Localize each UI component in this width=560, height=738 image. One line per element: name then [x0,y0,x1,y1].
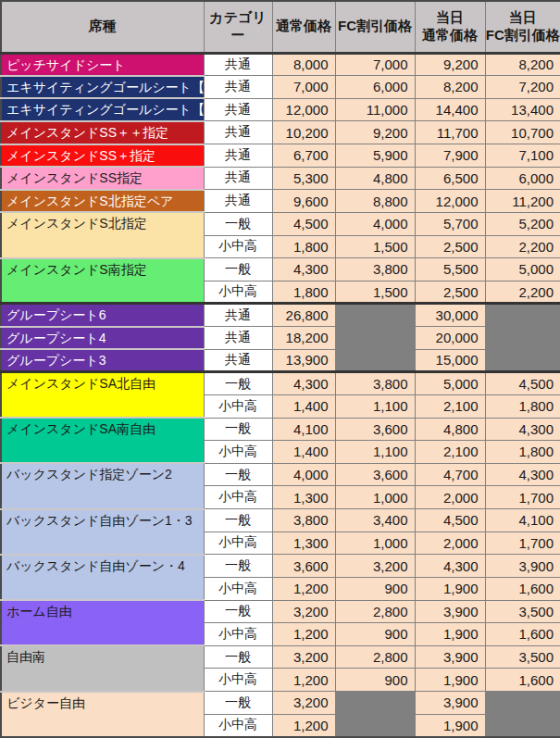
table-row: メインスタンドSA北自由一般4,3003,8005,0004,500 [1,372,560,395]
table-row: グループシート3共通13,90015,000 [1,349,560,372]
category-cell: 一般 [204,258,272,281]
price-cell: 6,000 [335,76,415,99]
category-cell: 小中高 [204,532,272,555]
header-fc-discount: FC割引価格 [335,1,415,53]
price-cell: 3,900 [415,600,485,623]
price-cell: 1,500 [335,281,415,304]
category-cell: 共通 [204,349,272,372]
price-cell: 1,900 [415,669,485,692]
price-cell: 9,200 [415,53,485,76]
price-cell: 5,000 [415,372,485,395]
price-cell: 4,300 [415,555,485,578]
price-cell: 5,300 [272,167,335,190]
price-cell: 2,800 [335,600,415,623]
price-cell: 1,900 [415,623,485,646]
price-cell: 11,200 [485,190,560,213]
price-cell: 4,000 [272,463,335,486]
price-cell: 1,600 [485,669,560,692]
price-cell: 7,000 [272,76,335,99]
price-cell: 1,400 [272,394,335,418]
price-cell: 5,900 [335,144,415,168]
price-cell: 2,800 [335,645,415,669]
category-cell: 一般 [204,555,272,578]
price-cell: 3,200 [272,645,335,669]
price-cell: 11,700 [415,121,485,144]
price-cell: 4,800 [415,418,485,441]
category-cell: 一般 [204,692,272,715]
table-row: バックスタンド指定ゾーン2一般4,0003,6004,7004,300 [1,463,560,486]
seat-type-cell: グループシート3 [1,349,204,372]
table-row: メインスタンドSS指定共通5,3004,8006,5006,000 [1,167,560,190]
price-cell: 5,200 [485,212,560,235]
category-cell: 共通 [204,167,272,190]
price-cell: 14,400 [415,98,485,121]
price-cell: 1,200 [272,669,335,692]
price-cell: 3,900 [485,555,560,578]
seat-type-cell: グループシート4 [1,327,204,350]
category-cell: 一般 [204,463,272,486]
category-cell: 小中高 [204,486,272,509]
category-cell: 一般 [204,418,272,441]
price-cell: 8,200 [485,53,560,76]
price-cell: 30,000 [415,304,485,327]
price-cell: 4,800 [335,167,415,190]
price-cell: 3,600 [335,463,415,486]
table-row: バックスタンド自由ゾーン1・3一般3,8003,4004,5004,100 [1,509,560,532]
price-cell: 1,000 [335,532,415,555]
seat-type-cell: メインスタンドSS指定 [1,167,204,190]
price-cell: 1,800 [485,441,560,464]
seat-type-cell: ホーム自由 [1,600,204,645]
price-cell: 6,700 [272,144,335,168]
header-category: カテゴリー [204,1,272,53]
table-row: メインスタンドSS＋＋指定共通10,2009,20011,70010,700 [1,121,560,144]
category-cell: 一般 [204,509,272,532]
price-cell: 12,000 [272,98,335,121]
price-cell: 4,300 [272,372,335,395]
price-cell: 1,200 [272,623,335,646]
category-cell: 小中高 [204,714,272,737]
price-cell: 900 [335,577,415,600]
seat-type-cell: バックスタンド自由ゾーン・4 [1,555,204,600]
unavailable-cell [335,692,415,738]
seat-type-cell: 自由南 [1,645,204,691]
price-cell: 3,900 [415,645,485,669]
header-regular-price: 通常価格 [272,1,335,53]
price-cell: 9,600 [272,190,335,213]
price-cell: 3,900 [415,692,485,715]
category-cell: 小中高 [204,394,272,418]
price-cell: 11,000 [335,98,415,121]
price-cell: 12,000 [415,190,485,213]
price-cell: 3,800 [272,509,335,532]
price-cell: 1,600 [485,623,560,646]
price-cell: 1,400 [272,441,335,464]
price-cell: 7,200 [485,76,560,99]
category-cell: 一般 [204,212,272,235]
price-cell: 13,400 [485,98,560,121]
table-header: 席種 カテゴリー 通常価格 FC割引価格 当日 通常価格 当日 FC割引価格 [1,1,560,53]
header-seat-type: 席種 [1,1,204,53]
price-cell: 2,500 [415,235,485,258]
price-cell: 18,200 [272,327,335,350]
price-cell: 2,200 [485,281,560,304]
price-cell: 3,800 [335,258,415,281]
seat-type-cell: メインスタンドSA南自由 [1,418,204,463]
category-cell: 小中高 [204,441,272,464]
price-cell: 2,200 [485,235,560,258]
price-cell: 4,500 [272,212,335,235]
price-cell: 9,200 [335,121,415,144]
price-cell: 900 [335,623,415,646]
seat-type-cell: メインスタンドSS＋＋指定 [1,121,204,144]
ticket-price-page: 席種 カテゴリー 通常価格 FC割引価格 当日 通常価格 当日 FC割引価格 ピ… [0,0,560,738]
table-row: ビジター自由一般3,2003,900 [1,692,560,715]
price-cell: 6,000 [485,167,560,190]
table-row: エキサイティングゴールシート【シングル】共通7,0006,0008,2007,2… [1,76,560,99]
price-cell: 26,800 [272,304,335,327]
price-cell: 1,300 [272,486,335,509]
price-cell: 4,100 [272,418,335,441]
price-cell: 5,000 [485,258,560,281]
price-cell: 2,100 [415,441,485,464]
seat-type-cell: バックスタンド自由ゾーン1・3 [1,509,204,555]
price-cell: 6,500 [415,167,485,190]
unavailable-cell [485,304,560,372]
price-cell: 4,700 [415,463,485,486]
